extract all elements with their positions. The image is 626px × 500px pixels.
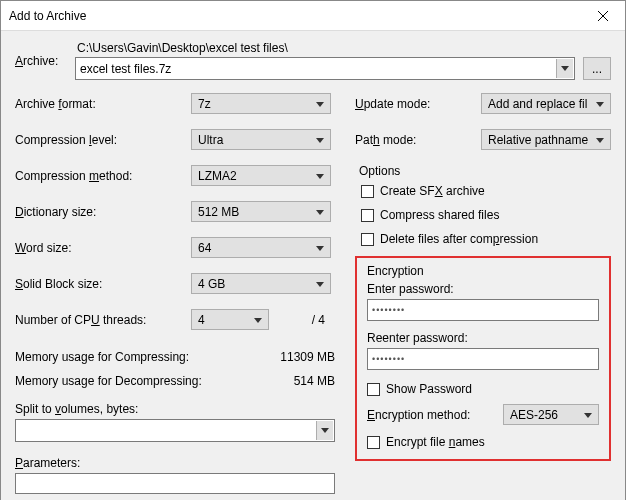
parameters-label: Parameters: [15,456,335,470]
memory-compressing-value: 11309 MB [255,350,335,364]
close-button[interactable] [580,1,625,31]
show-password-checkbox-row[interactable]: Show Password [367,382,599,396]
chevron-down-icon [316,97,324,111]
chevron-down-icon [596,97,604,111]
compress-shared-label: Compress shared files [380,208,499,222]
dialog-content: Archive: C:\Users\Gavin\Desktop\excel te… [1,31,625,500]
sfx-checkbox-label: Create SFX archive [380,184,485,198]
dictionary-size-select[interactable]: 512 MB [191,201,331,222]
sfx-checkbox-row[interactable]: Create SFX archive [361,184,611,198]
memory-compressing-label: Memory usage for Compressing: [15,350,255,364]
delete-after-checkbox[interactable] [361,233,374,246]
compression-level-select[interactable]: Ultra [191,129,331,150]
compression-method-label: Compression method: [15,169,191,183]
chevron-down-icon [321,428,329,434]
cpu-threads-total: / 4 [275,313,325,327]
cpu-threads-select[interactable]: 4 [191,309,269,330]
archive-dropdown-button[interactable] [556,59,573,78]
sfx-checkbox[interactable] [361,185,374,198]
parameters-input[interactable] [15,473,335,494]
word-size-row: Word size: 64 [15,236,335,259]
compression-method-select[interactable]: LZMA2 [191,165,331,186]
window-title: Add to Archive [1,9,580,23]
reenter-password-input[interactable]: •••••••• [367,348,599,370]
titlebar: Add to Archive [1,1,625,31]
update-mode-select[interactable]: Add and replace files [481,93,611,114]
compression-method-row: Compression method: LZMA2 [15,164,335,187]
chevron-down-icon [316,241,324,255]
split-volumes-input[interactable] [15,419,335,442]
chevron-down-icon [316,133,324,147]
enter-password-label: Enter password: [367,282,599,296]
right-column: Update mode: Add and replace files Path … [355,92,611,494]
update-mode-row: Update mode: Add and replace files [355,92,611,115]
archive-path: C:\Users\Gavin\Desktop\excel test files\ [75,41,611,55]
word-size-select[interactable]: 64 [191,237,331,258]
chevron-down-icon [254,313,262,327]
archive-format-label: Archive format: [15,97,191,111]
cpu-threads-row: Number of CPU threads: 4 / 4 [15,308,335,331]
encryption-label: Encryption [367,264,599,278]
compression-level-label: Compression level: [15,133,191,147]
split-dropdown-button[interactable] [316,421,333,440]
compress-shared-checkbox-row[interactable]: Compress shared files [361,208,611,222]
reenter-password-label: Reenter password: [367,331,599,345]
cpu-threads-label: Number of CPU threads: [15,313,191,327]
compression-level-row: Compression level: Ultra [15,128,335,151]
encrypt-names-label: Encrypt file names [386,435,485,449]
encrypt-names-checkbox-row[interactable]: Encrypt file names [367,435,599,449]
add-to-archive-window: Add to Archive Archive: C:\Users\Gavin\D… [0,0,626,500]
path-mode-select[interactable]: Relative pathnames [481,129,611,150]
delete-after-label: Delete files after compression [380,232,538,246]
dictionary-size-row: Dictionary size: 512 MB [15,200,335,223]
close-icon [598,11,608,21]
solid-block-size-row: Solid Block size: 4 GB [15,272,335,295]
encryption-method-select[interactable]: AES-256 [503,404,599,425]
enter-password-input[interactable]: •••••••• [367,299,599,321]
memory-decompressing-label: Memory usage for Decompressing: [15,374,255,388]
path-mode-row: Path mode: Relative pathnames [355,128,611,151]
options-label: Options [359,164,611,178]
encryption-group: Encryption Enter password: •••••••• Reen… [355,256,611,461]
show-password-label: Show Password [386,382,472,396]
archive-row: Archive: C:\Users\Gavin\Desktop\excel te… [15,41,611,80]
archive-format-row: Archive format: 7z [15,92,335,115]
chevron-down-icon [316,277,324,291]
word-size-label: Word size: [15,241,191,255]
path-mode-label: Path mode: [355,133,481,147]
show-password-checkbox[interactable] [367,383,380,396]
memory-decompressing-value: 514 MB [255,374,335,388]
left-column: Archive format: 7z Compression level: Ul… [15,92,335,494]
solid-block-size-label: Solid Block size: [15,277,191,291]
archive-format-select[interactable]: 7z [191,93,331,114]
chevron-down-icon [596,133,604,147]
encryption-method-row: Encryption method: AES-256 [367,404,599,425]
split-volumes-label: Split to volumes, bytes: [15,402,335,416]
chevron-down-icon [316,169,324,183]
chevron-down-icon [316,205,324,219]
memory-decompressing-row: Memory usage for Decompressing: 514 MB [15,374,335,388]
encryption-method-label: Encryption method: [367,408,503,422]
memory-compressing-row: Memory usage for Compressing: 11309 MB [15,350,335,364]
delete-after-checkbox-row[interactable]: Delete files after compression [361,232,611,246]
encrypt-names-checkbox[interactable] [367,436,380,449]
archive-filename-input[interactable]: excel test files.7z [75,57,575,80]
browse-button[interactable]: ... [583,57,611,80]
main-columns: Archive format: 7z Compression level: Ul… [15,92,611,494]
update-mode-label: Update mode: [355,97,481,111]
compress-shared-checkbox[interactable] [361,209,374,222]
chevron-down-icon [584,408,592,422]
archive-label: Archive: [15,54,75,68]
dictionary-size-label: Dictionary size: [15,205,191,219]
solid-block-size-select[interactable]: 4 GB [191,273,331,294]
chevron-down-icon [561,66,569,72]
